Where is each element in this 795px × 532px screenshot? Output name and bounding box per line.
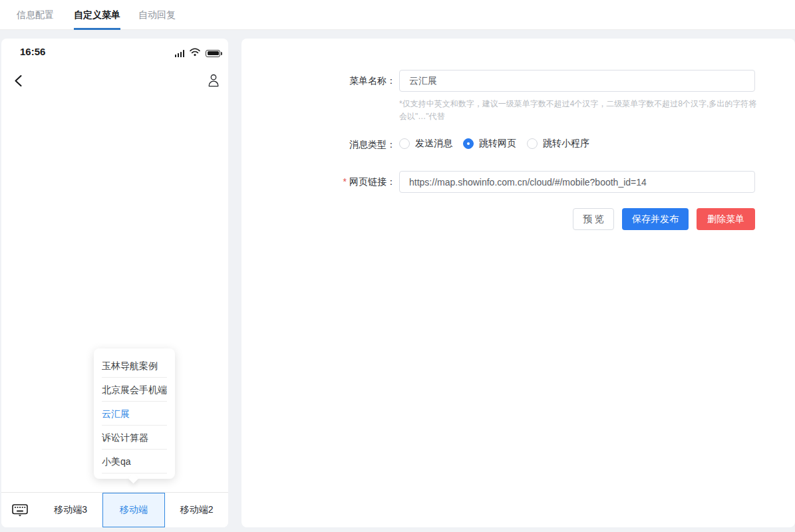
message-type-label: 消息类型：	[241, 139, 396, 150]
radio-label: 跳转小程序	[543, 138, 589, 150]
menu-edit-form-panel: 菜单名称： *仅支持中英文和数字，建议一级菜单字数不超过4个汉字，二级菜单字数不…	[241, 39, 795, 527]
tab-info-config[interactable]: 信息配置	[17, 0, 54, 30]
popup-item[interactable]: 北京展会手机端	[102, 378, 167, 402]
delete-menu-button[interactable]: 删除菜单	[697, 208, 755, 230]
menu-name-input[interactable]	[399, 70, 755, 92]
web-link-label: *网页链接：	[241, 171, 396, 193]
radio-jump-webpage[interactable]: 跳转网页	[463, 138, 516, 150]
popup-item[interactable]: 玉林导航案例	[102, 354, 167, 378]
radio-label: 跳转网页	[479, 138, 516, 150]
bottom-menu-button-mobile-selected[interactable]: 移动端	[102, 493, 166, 527]
tab-custom-menu[interactable]: 自定义菜单	[74, 0, 120, 30]
bottom-menu-button-mobile2[interactable]: 移动端2	[165, 493, 228, 527]
top-tab-bar: 信息配置 自定义菜单 自动回复	[0, 0, 795, 30]
popup-item-selected[interactable]: 云汇展	[102, 402, 167, 426]
popup-caret	[128, 473, 139, 484]
radio-send-message[interactable]: 发送消息	[399, 138, 452, 150]
radio-jump-miniprogram[interactable]: 跳转小程序	[527, 138, 589, 150]
popup-item[interactable]: 小美qa	[102, 450, 167, 473]
message-type-radio-group: 发送消息 跳转网页 跳转小程序	[399, 138, 600, 150]
radio-icon-checked[interactable]	[463, 138, 474, 149]
signal-icon	[175, 50, 185, 57]
required-asterisk: *	[343, 176, 347, 187]
radio-icon[interactable]	[527, 138, 538, 149]
radio-label: 发送消息	[415, 138, 452, 150]
battery-icon	[206, 50, 220, 57]
phone-bottom-bar: 移动端3 移动端 移动端2	[1, 492, 228, 527]
tab-custom-menu-label: 自定义菜单	[74, 9, 120, 20]
person-icon[interactable]	[208, 73, 220, 90]
tab-auto-reply[interactable]: 自动回复	[138, 0, 176, 30]
wifi-icon	[190, 47, 200, 59]
preview-button[interactable]: 预 览	[573, 208, 614, 230]
popup-item[interactable]: 诉讼计算器	[102, 426, 167, 450]
status-time: 16:56	[20, 46, 45, 57]
status-icons	[175, 47, 221, 59]
radio-icon[interactable]	[399, 138, 410, 149]
active-tab-underline	[74, 28, 120, 30]
web-link-label-text: 网页链接：	[349, 176, 396, 187]
keyboard-icon[interactable]	[1, 493, 39, 527]
phone-preview-panel: 16:56 玉林导航案例 北京展会手机端 云汇展 诉讼计算器	[1, 39, 228, 527]
back-chevron-icon[interactable]	[14, 74, 23, 90]
menu-popup: 玉林导航案例 北京展会手机端 云汇展 诉讼计算器 小美qa	[94, 348, 175, 479]
web-link-input[interactable]	[399, 171, 755, 193]
bottom-menu-button-mobile3[interactable]: 移动端3	[39, 493, 102, 527]
save-publish-button[interactable]: 保存并发布	[622, 208, 689, 230]
form-action-buttons: 预 览 保存并发布 删除菜单	[573, 208, 755, 230]
menu-name-helper-text: *仅支持中英文和数字，建议一级菜单字数不超过4个汉字，二级菜单字数不超过8个汉字…	[399, 98, 762, 122]
menu-name-label: 菜单名称：	[241, 70, 396, 92]
